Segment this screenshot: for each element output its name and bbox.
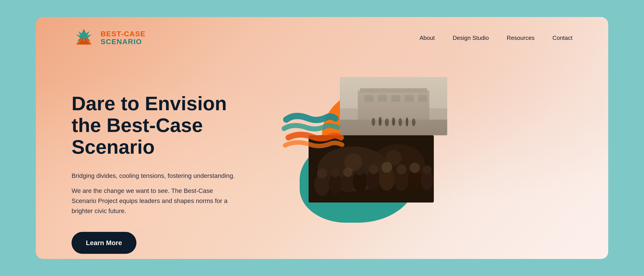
svg-point-32 [367,169,380,191]
svg-point-38 [408,168,422,190]
hero-description: We are the change we want to see. The Be… [72,186,228,216]
svg-point-31 [355,165,365,175]
svg-point-41 [422,165,432,174]
logo-icon [72,28,96,48]
svg-rect-5 [340,77,447,108]
navigation: BEST-CASE SCENARIO About Design Studio R… [36,17,608,48]
brush-strokes-icon [282,106,349,162]
svg-point-37 [396,165,406,174]
svg-point-24 [314,173,330,196]
nav-resources[interactable]: Resources [507,35,534,41]
nav-links: About Design Studio Resources Contact [420,35,572,41]
svg-rect-6 [358,90,429,120]
hero-subtitle: Bridging divides, cooling tensions, fost… [72,171,242,181]
svg-point-40 [421,170,433,190]
nav-contact[interactable]: Contact [552,35,572,41]
svg-rect-11 [405,95,414,102]
svg-rect-8 [364,95,374,102]
svg-point-23 [371,144,425,185]
svg-rect-13 [340,120,447,135]
hero-visual [260,70,572,227]
svg-point-27 [331,168,340,177]
svg-rect-10 [391,95,400,102]
svg-point-44 [386,150,402,166]
svg-point-36 [394,169,408,191]
svg-point-18 [398,118,402,126]
hero-section: Dare to Envision the Best-Case Scenario … [36,48,608,254]
logo-area: BEST-CASE SCENARIO [72,28,146,48]
svg-point-14 [372,118,375,126]
nav-design-studio[interactable]: Design Studio [452,35,489,41]
svg-point-30 [353,170,367,192]
svg-rect-7 [360,88,427,93]
hero-title: Dare to Envision the Best-Case Scenario [72,93,242,158]
nav-about[interactable]: About [420,35,435,41]
svg-point-33 [369,165,378,174]
svg-rect-9 [378,95,387,102]
photo-top-image [340,77,447,135]
svg-rect-12 [418,95,427,102]
svg-point-25 [317,169,327,178]
browser-window: BEST-CASE SCENARIO About Design Studio R… [36,17,608,259]
photo-top [340,77,447,135]
svg-point-26 [329,173,342,194]
svg-point-29 [343,168,352,177]
svg-point-19 [406,117,408,126]
building-scene-icon [340,77,447,135]
svg-point-34 [379,167,395,191]
hero-content: Dare to Envision the Best-Case Scenario … [72,75,242,254]
learn-more-button[interactable]: Learn More [72,232,136,254]
logo-case: CASE [124,30,146,38]
logo-line1: BEST-CASE [100,30,146,38]
svg-point-28 [342,172,354,192]
svg-point-17 [392,117,395,126]
logo-best: BEST- [100,30,124,38]
logo-text: BEST-CASE SCENARIO [100,30,146,46]
svg-point-20 [412,118,416,126]
svg-point-15 [378,117,382,126]
svg-point-16 [385,118,389,126]
outdoor-scene [340,77,447,135]
svg-point-39 [410,163,420,173]
logo-line2: SCENARIO [100,38,146,46]
svg-point-35 [382,162,392,173]
svg-rect-4 [340,77,447,135]
